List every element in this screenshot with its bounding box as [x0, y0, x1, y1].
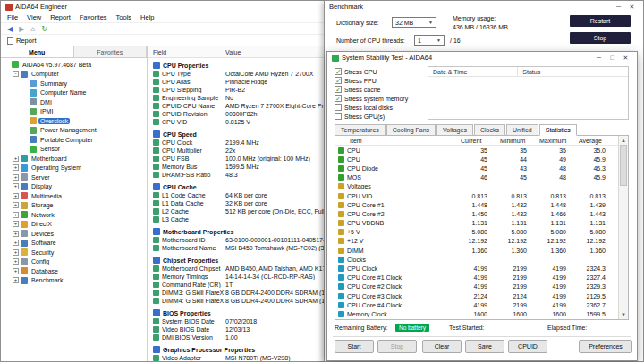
expand-toggle-icon[interactable]: + [13, 268, 19, 274]
stats-row-memory-clock[interactable]: Memory Clock1600160016001599.5 [335, 309, 618, 318]
tree-item-operating-system[interactable]: +Operating System [1, 164, 147, 173]
expand-toggle-icon[interactable]: + [13, 240, 19, 246]
tree-item-network[interactable]: +Network [1, 210, 147, 220]
log-column-datetime[interactable]: Date & Time [428, 67, 518, 76]
expand-toggle-icon[interactable]: + [13, 183, 19, 189]
stats-row-cpu-vddnb[interactable]: CPU VDDNB1.1311.1311.1311.131 [335, 219, 618, 228]
stats-column-item[interactable]: Item [335, 138, 461, 144]
refresh-icon[interactable]: ↻ [41, 25, 47, 33]
menu-item-report[interactable]: Report [46, 13, 75, 21]
tree-item-database[interactable]: +Database [1, 266, 147, 276]
benchmark-titlebar[interactable]: Benchmark ─ ✕ [325, 1, 643, 13]
tree-item-sensor[interactable]: Sensor [1, 145, 147, 155]
menu-item-view[interactable]: View [22, 13, 46, 21]
tree-item-dmi[interactable]: DMI [1, 97, 147, 107]
expand-toggle-icon[interactable]: + [13, 221, 19, 227]
stress-option-stress-fpu[interactable]: ✓Stress FPU [335, 76, 408, 85]
scroll-down-icon[interactable]: ▼ [619, 310, 628, 319]
stress-option-stress-local-disks[interactable]: Stress local disks [335, 103, 408, 112]
benchmark-stop-button[interactable]: Stop [570, 32, 631, 44]
tree-item-aida64-v5-97-4687-beta[interactable]: AIDA64 v5.97.4687 Beta [1, 60, 147, 70]
stats-row-cpu[interactable]: CPU35353535.0 [335, 146, 618, 155]
stress-option-stress-system-memory[interactable]: ✓Stress system memory [335, 94, 408, 103]
cpuid-button[interactable]: CPUID [508, 340, 547, 353]
tree-item-storage[interactable]: +Storage [1, 201, 147, 211]
expand-toggle-icon[interactable]: + [13, 174, 19, 181]
save-button[interactable]: Save [465, 340, 504, 353]
scrollbar-track[interactable] [619, 186, 628, 310]
tab-temperatures[interactable]: Temperatures [335, 124, 386, 135]
start-button[interactable]: Start [335, 340, 374, 353]
maximize-icon[interactable]: □ [606, 55, 619, 62]
tab-unified[interactable]: Unified [506, 124, 538, 135]
tab-clocks[interactable]: Clocks [474, 124, 505, 135]
menu-item-tools[interactable]: Tools [112, 13, 137, 21]
forward-icon[interactable]: ▶ [19, 25, 24, 33]
stats-row-dimm[interactable]: DIMM1.3601.3601.3601.360 [335, 246, 618, 255]
scroll-up-icon[interactable]: ▲ [619, 136, 628, 145]
stats-row-cpu-vid[interactable]: CPU VID0.8130.8130.8130.813 [335, 191, 618, 200]
cpu-threads-select[interactable]: 1 ▼ [414, 35, 445, 46]
back-icon[interactable]: ◀ [7, 25, 13, 33]
tree-item-computer[interactable]: -Computer [1, 70, 147, 80]
tree-item-computer-name[interactable]: Computer Name [1, 88, 147, 98]
checkbox-stress-gpu-s[interactable] [335, 113, 342, 120]
stats-row-cpu-core-2[interactable]: CPU Core #21.4501.4321.4661.443 [335, 209, 618, 218]
stats-section-voltages[interactable]: Voltages [335, 182, 618, 191]
dictionary-size-select[interactable]: 32 MB ▼ [392, 17, 436, 28]
tree-item-security[interactable]: +Security [1, 248, 147, 257]
restart-button[interactable]: Restart [570, 15, 631, 27]
tree-item-benchmark[interactable]: +Benchmark [1, 276, 147, 286]
stats-row-mos[interactable]: MOS46454845.9 [335, 173, 618, 182]
stress-option-stress-cpu[interactable]: ✓Stress CPU [335, 67, 408, 76]
tree-item-power-management[interactable]: Power Management [1, 126, 147, 136]
stats-row-cpu-diode[interactable]: CPU Diode45434846.3 [335, 164, 618, 173]
stats-column-average[interactable]: Average [579, 138, 618, 144]
tree-item-overclock[interactable]: Overclock [1, 116, 147, 126]
stress-option-stress-gpu-s[interactable]: Stress GPU(s) [335, 112, 408, 121]
tree-item-software[interactable]: +Software [1, 239, 147, 248]
checkbox-stress-fpu[interactable]: ✓ [335, 77, 342, 84]
preferences-button[interactable]: Preferences [579, 340, 632, 353]
stop-button[interactable]: Stop [377, 340, 417, 353]
log-column-status[interactable]: Status [518, 67, 540, 76]
expand-toggle-icon[interactable]: + [13, 202, 19, 208]
tree-item-ipmi[interactable]: IPMI [1, 107, 147, 117]
menu-item-favorites[interactable]: Favorites [75, 13, 112, 21]
stats-row-cpu-core-2-clock[interactable]: CPU Core #2 Clock4199219941992329.3 [335, 282, 618, 291]
menu-item-help[interactable]: Help [136, 13, 158, 21]
expand-toggle-icon[interactable]: + [13, 277, 19, 283]
tab-voltages[interactable]: Voltages [436, 124, 473, 135]
checkbox-stress-cpu[interactable]: ✓ [335, 68, 342, 75]
expand-toggle-icon[interactable]: + [13, 231, 19, 237]
report-button[interactable]: Report [16, 37, 37, 45]
stats-row-cpu-core-1[interactable]: CPU Core #11.4481.4321.4481.439 [335, 200, 618, 209]
scrollbar-thumb[interactable] [620, 145, 627, 186]
expand-toggle-icon[interactable]: + [13, 193, 19, 199]
checkbox-stress-cache[interactable]: ✓ [335, 86, 342, 93]
stats-column-current[interactable]: Current [461, 138, 500, 144]
stats-row-cpu-clock[interactable]: CPU Clock4199219941992324.3 [335, 264, 618, 273]
tree-item-motherboard[interactable]: +Motherboard [1, 154, 147, 164]
expand-toggle-icon[interactable]: + [13, 212, 19, 218]
stats-row-5-v[interactable]: +5 V5.0805.0805.0805.080 [335, 228, 618, 237]
expand-toggle-icon[interactable]: + [13, 156, 19, 162]
minimize-icon[interactable]: ─ [612, 4, 625, 11]
stats-scrollbar[interactable]: ▲ ▼ [618, 136, 628, 319]
sidebar-tab-favorites[interactable]: Favorites [74, 46, 148, 57]
checkbox-stress-local-disks[interactable] [335, 104, 342, 111]
stats-row-cpu-core-1-clock[interactable]: CPU Core #1 Clock4199219941992327.4 [335, 274, 618, 282]
stats-row-12-v[interactable]: +12 V12.19212.19212.19212.192 [335, 237, 618, 246]
stability-titlebar[interactable]: System Stability Test - AIDA64 ─ □ ✕ [327, 52, 637, 63]
expand-toggle-icon[interactable]: + [13, 249, 19, 256]
tree-item-directx[interactable]: +DirectX [1, 220, 147, 230]
value-column-header[interactable]: Value [225, 49, 241, 55]
stats-row-cpu[interactable]: CPU45444945.9 [335, 155, 618, 164]
tab-cooling-fans[interactable]: Cooling Fans [386, 124, 436, 135]
stress-option-stress-cache[interactable]: ✓Stress cache [335, 85, 408, 94]
stats-column-maximum[interactable]: Maximum [539, 138, 579, 144]
tree-item-multimedia[interactable]: +Multimedia [1, 191, 147, 201]
expand-toggle-icon[interactable]: - [13, 71, 19, 77]
tree-item-summary[interactable]: Summary [1, 79, 147, 88]
tree-item-config[interactable]: +Config [1, 257, 147, 267]
